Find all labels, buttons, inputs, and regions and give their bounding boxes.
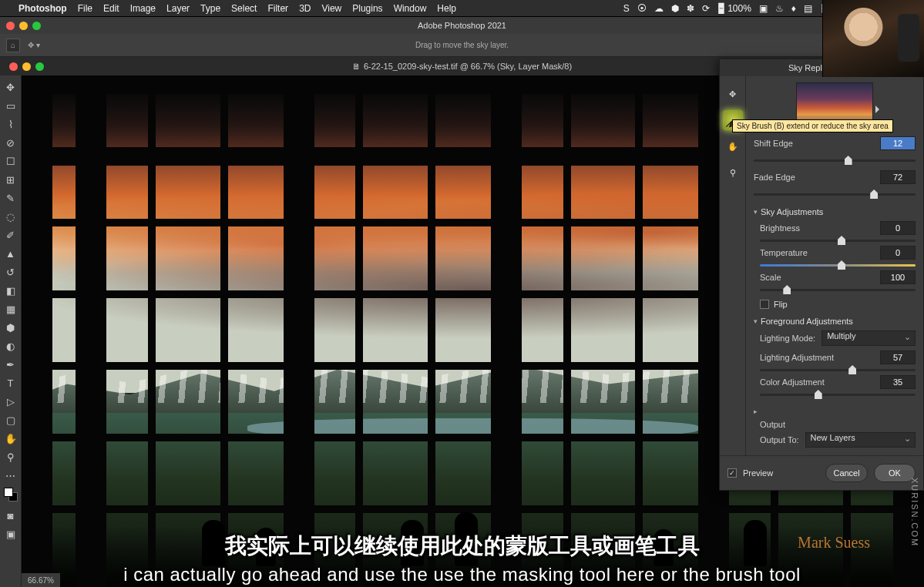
move-tool[interactable]: ✥ [2,79,20,96]
eraser-tool[interactable]: ◧ [2,282,20,299]
lighting-adjustment-slider[interactable] [760,364,916,375]
menu-image[interactable]: Image [130,3,156,14]
preview-label: Preview [743,468,773,478]
doc-close-icon[interactable] [9,62,18,71]
lighting-mode-select[interactable]: Multiply [822,330,916,346]
doc-zoom-icon[interactable] [35,62,44,71]
gradient-tool[interactable]: ▦ [2,300,20,317]
menu-file[interactable]: File [78,3,92,14]
lighting-mode-label: Lighting Mode: [760,334,815,343]
menu-filter[interactable]: Filter [267,3,288,14]
output-label: Output [760,420,916,429]
menu-plugins[interactable]: Plugins [352,3,382,14]
blur-tool[interactable]: ⬢ [2,319,20,336]
sky-hand-tool[interactable]: ✋ [723,136,743,156]
window-close-icon[interactable] [6,22,15,30]
doc-traffic-lights[interactable] [3,59,50,74]
color-adjustment-slider[interactable] [760,389,916,400]
lighting-adjustment-value[interactable]: 57 [880,351,916,364]
ok-button[interactable]: OK [874,464,916,482]
cancel-button[interactable]: Cancel [825,464,867,482]
subtitle-chinese: 我实际上可以继续使用此处的蒙版工具或画笔工具 [0,532,924,561]
brightness-slider[interactable] [760,235,916,246]
pen-tool[interactable]: ✒ [2,356,20,373]
output-to-select[interactable]: New Layers [805,432,916,448]
brightness-label: Brightness [760,223,800,233]
macos-menubar: Photoshop File Edit Image Layer Type Sel… [0,0,924,17]
options-bar: ⌂ ✥ ▾ Drag to move the sky layer. [0,34,924,57]
menu-type[interactable]: Type [200,3,220,14]
marquee-tool[interactable]: ▭ [2,97,20,114]
shape-tool[interactable]: ▢ [2,411,20,428]
flip-checkbox[interactable] [760,300,769,309]
window-zoom-icon[interactable] [32,22,41,30]
menu-layer[interactable]: Layer [166,3,190,14]
window-traffic-lights[interactable] [0,18,47,33]
fade-edge-value[interactable]: 72 [880,170,916,184]
color-adjustment-value[interactable]: 35 [880,375,916,389]
temperature-value[interactable]: 0 [880,246,916,260]
temperature-label: Temperature [760,248,808,257]
foreground-adjustments-section[interactable]: Foreground Adjustments [754,317,916,326]
frame-tool[interactable]: ⊞ [2,171,20,188]
quick-select-tool[interactable]: ⊘ [2,134,20,151]
history-brush-tool[interactable]: ↺ [2,263,20,280]
window-title: Adobe Photoshop 2021 [418,21,506,30]
sky-move-tool[interactable]: ✥ [723,84,743,104]
brightness-value[interactable]: 0 [880,221,916,235]
shift-edge-value[interactable]: 12 [880,136,916,150]
fade-edge-label: Fade Edge [754,173,795,182]
quick-mask-toggle[interactable]: ◙ [2,507,20,524]
type-tool[interactable]: T [2,374,20,391]
crop-tool[interactable]: ☐ [2,153,20,169]
app-menu[interactable]: Photoshop [18,3,67,14]
temperature-slider[interactable] [760,260,916,270]
scale-value[interactable]: 100 [880,270,916,284]
document-tab[interactable]: 🗎 6-22-15_0209-sky-test.tif @ 66.7% (Sky… [352,62,572,71]
output-to-label: Output To: [760,435,799,444]
sky-zoom-tool[interactable]: ⚲ [723,163,743,183]
battery-status: 🁢 100% [717,3,751,14]
menu-help[interactable]: Help [437,3,456,14]
menu-edit[interactable]: Edit [103,3,119,14]
document-icon: 🗎 [352,62,361,71]
dropbox-icon: ⬢ [671,3,679,14]
brush-tool[interactable]: ✐ [2,226,20,243]
menu-3d[interactable]: 3D [299,3,311,14]
menu-select[interactable]: Select [231,3,257,14]
webcam-overlay [822,0,924,77]
eyedropper-tool[interactable]: ✎ [2,190,20,206]
move-tool-icon[interactable]: ✥ ▾ [28,41,40,49]
window-titlebar: Adobe Photoshop 2021 [0,17,924,34]
lighting-adjustment-label: Lighting Adjustment [760,353,834,362]
path-select-tool[interactable]: ▷ [2,393,20,410]
window-minimize-icon[interactable] [19,22,28,30]
fade-edge-slider[interactable] [754,189,916,200]
sky-brush-tooltip: Sky Brush (B) extend or reduce the sky a… [732,119,893,132]
sky-replacement-panel: Sky Replacement ✥ ✋ ⚲ Sky Brush (B) exte… [719,59,924,491]
scale-label: Scale [760,273,781,282]
preview-checkbox[interactable] [727,468,737,478]
color-adjustment-label: Color Adjustment [760,377,825,387]
healing-brush-tool[interactable]: ◌ [2,208,20,225]
sky-adjustments-section[interactable]: Sky Adjustments [754,207,916,216]
lasso-tool[interactable]: ⌇ [2,116,20,132]
scale-slider[interactable] [760,284,916,295]
layers-icon: ▤ [804,3,812,14]
hand-tool[interactable]: ✋ [2,430,20,447]
drop-icon: ♦ [791,3,796,14]
edit-toolbar[interactable]: ⋯ [2,467,20,484]
menu-view[interactable]: View [321,3,341,14]
dodge-tool[interactable]: ◐ [2,337,20,354]
home-button[interactable]: ⌂ [6,39,20,52]
flip-label: Flip [774,300,788,309]
shift-edge-slider[interactable] [754,155,916,166]
zoom-tool[interactable]: ⚲ [2,448,20,465]
clone-stamp-tool[interactable]: ▲ [2,245,20,262]
output-section[interactable] [754,408,916,415]
cc-icon: ✽ [687,3,694,14]
menu-window[interactable]: Window [394,3,427,14]
foreground-background-color[interactable] [2,485,20,505]
doc-min-icon[interactable] [22,62,31,71]
panel-toolstrip: ✥ ✋ ⚲ Sky Brush (B) extend or reduce the… [720,76,746,455]
